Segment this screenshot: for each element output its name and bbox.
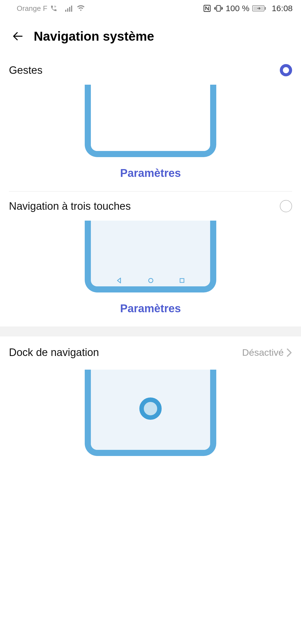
- option-dock-label: Dock de navigation: [9, 347, 99, 358]
- settings-link-gestures-label: Paramètres: [120, 167, 181, 179]
- option-dock-value: Désactivé: [242, 347, 284, 358]
- wifi-calling-icon: [50, 5, 57, 12]
- header: Navigation système: [0, 17, 301, 56]
- status-bar: Orange F 100 % 16:08: [0, 0, 301, 17]
- section-gap: [0, 326, 301, 336]
- carrier-label: Orange F: [17, 4, 47, 13]
- svg-rect-1: [67, 8, 68, 12]
- svg-rect-10: [180, 279, 184, 282]
- svg-rect-5: [217, 6, 220, 11]
- page-title: Navigation système: [34, 29, 154, 44]
- status-right: 100 % 16:08: [203, 4, 293, 13]
- svg-rect-2: [69, 7, 70, 12]
- option-three-key[interactable]: Navigation à trois touches: [0, 192, 301, 221]
- radio-gestures[interactable]: [280, 64, 292, 76]
- dock-circle-icon: [139, 397, 162, 420]
- settings-link-three-key-label: Paramètres: [120, 302, 181, 314]
- back-button[interactable]: [10, 28, 26, 44]
- battery-percentage: 100 %: [226, 4, 249, 13]
- option-gestures[interactable]: Gestes: [0, 56, 301, 85]
- option-dock[interactable]: Dock de navigation Désactivé: [0, 336, 301, 367]
- square-recent-icon: [179, 278, 185, 283]
- svg-rect-0: [65, 10, 66, 12]
- wifi-icon: [76, 5, 85, 12]
- svg-point-9: [149, 278, 153, 282]
- nav-icons: [91, 276, 210, 285]
- preview-gestures: [0, 85, 301, 157]
- vibrate-icon: [214, 4, 223, 13]
- option-three-key-label: Navigation à trois touches: [9, 200, 131, 212]
- radio-three-key[interactable]: [280, 200, 292, 212]
- chevron-right-icon: [286, 348, 292, 357]
- svg-rect-3: [71, 6, 72, 12]
- triangle-back-icon: [116, 277, 122, 284]
- clock-label: 16:08: [272, 4, 293, 13]
- svg-rect-8: [265, 7, 266, 10]
- status-left: Orange F: [17, 4, 85, 13]
- preview-dock: [0, 370, 301, 456]
- settings-link-three-key[interactable]: Paramètres: [0, 302, 301, 315]
- option-gestures-label: Gestes: [9, 64, 42, 76]
- option-dock-value-wrap: Désactivé: [242, 347, 292, 358]
- arrow-left-icon: [11, 29, 25, 43]
- preview-three-key: [0, 221, 301, 292]
- circle-home-icon: [148, 277, 154, 284]
- battery-icon: [252, 5, 267, 12]
- nfc-icon: [203, 4, 211, 13]
- signal-icon: [65, 5, 74, 12]
- settings-link-gestures[interactable]: Paramètres: [0, 167, 301, 179]
